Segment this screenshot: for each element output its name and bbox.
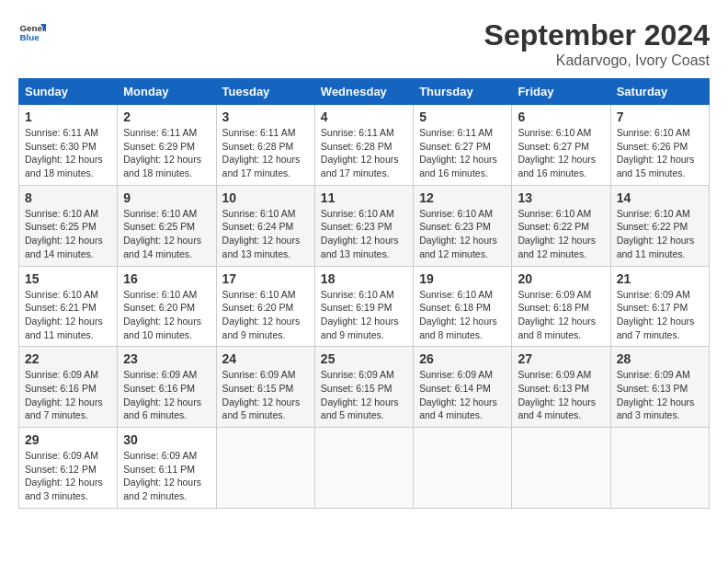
day-number: 30 [123,432,210,447]
calendar-week-row: 8Sunrise: 6:10 AM Sunset: 6:25 PM Daylig… [19,185,710,266]
month-title: September 2024 [484,18,710,52]
day-number: 3 [222,109,309,124]
day-number: 1 [25,109,111,124]
header-friday: Friday [512,79,610,105]
table-row [610,428,709,509]
table-row: 21Sunrise: 6:09 AM Sunset: 6:17 PM Dayli… [610,266,709,347]
table-row [414,428,512,509]
day-info: Sunrise: 6:10 AM Sunset: 6:20 PM Dayligh… [222,288,309,342]
day-number: 17 [222,271,309,286]
day-info: Sunrise: 6:11 AM Sunset: 6:28 PM Dayligh… [321,126,407,180]
table-row: 12Sunrise: 6:10 AM Sunset: 6:23 PM Dayli… [414,185,512,266]
table-row: 11Sunrise: 6:10 AM Sunset: 6:23 PM Dayli… [314,185,413,266]
day-number: 20 [518,271,604,286]
day-number: 4 [321,109,407,124]
day-info: Sunrise: 6:09 AM Sunset: 6:15 PM Dayligh… [222,368,309,422]
table-row: 1Sunrise: 6:11 AM Sunset: 6:30 PM Daylig… [19,105,118,186]
day-info: Sunrise: 6:09 AM Sunset: 6:16 PM Dayligh… [123,368,210,422]
header-monday: Monday [118,79,216,105]
table-row: 14Sunrise: 6:10 AM Sunset: 6:22 PM Dayli… [610,185,709,266]
logo-icon: General Blue [18,18,46,46]
table-row: 8Sunrise: 6:10 AM Sunset: 6:25 PM Daylig… [19,185,118,266]
day-info: Sunrise: 6:10 AM Sunset: 6:23 PM Dayligh… [321,207,407,261]
table-row [216,428,314,509]
calendar-week-row: 1Sunrise: 6:11 AM Sunset: 6:30 PM Daylig… [19,105,710,186]
day-info: Sunrise: 6:10 AM Sunset: 6:22 PM Dayligh… [617,207,703,261]
day-info: Sunrise: 6:10 AM Sunset: 6:22 PM Dayligh… [518,207,604,261]
table-row: 22Sunrise: 6:09 AM Sunset: 6:16 PM Dayli… [19,347,118,428]
day-number: 13 [518,190,604,205]
day-info: Sunrise: 6:10 AM Sunset: 6:26 PM Dayligh… [617,126,703,180]
day-info: Sunrise: 6:10 AM Sunset: 6:20 PM Dayligh… [123,288,210,342]
table-row: 28Sunrise: 6:09 AM Sunset: 6:13 PM Dayli… [610,347,709,428]
table-row: 17Sunrise: 6:10 AM Sunset: 6:20 PM Dayli… [216,266,314,347]
logo: General Blue [18,18,46,46]
table-row: 10Sunrise: 6:10 AM Sunset: 6:24 PM Dayli… [216,185,314,266]
day-info: Sunrise: 6:11 AM Sunset: 6:29 PM Dayligh… [123,126,210,180]
day-info: Sunrise: 6:09 AM Sunset: 6:15 PM Dayligh… [321,368,407,422]
day-number: 28 [617,351,703,366]
day-number: 5 [419,109,506,124]
day-info: Sunrise: 6:10 AM Sunset: 6:25 PM Dayligh… [25,207,111,261]
table-row: 18Sunrise: 6:10 AM Sunset: 6:19 PM Dayli… [314,266,413,347]
day-info: Sunrise: 6:09 AM Sunset: 6:13 PM Dayligh… [518,368,604,422]
table-row: 23Sunrise: 6:09 AM Sunset: 6:16 PM Dayli… [118,347,216,428]
day-info: Sunrise: 6:09 AM Sunset: 6:14 PM Dayligh… [419,368,506,422]
table-row [512,428,610,509]
table-row: 13Sunrise: 6:10 AM Sunset: 6:22 PM Dayli… [512,185,610,266]
day-number: 27 [518,351,604,366]
day-info: Sunrise: 6:09 AM Sunset: 6:13 PM Dayligh… [617,368,703,422]
table-row: 9Sunrise: 6:10 AM Sunset: 6:25 PM Daylig… [118,185,216,266]
day-info: Sunrise: 6:10 AM Sunset: 6:27 PM Dayligh… [518,126,604,180]
table-row: 2Sunrise: 6:11 AM Sunset: 6:29 PM Daylig… [118,105,216,186]
table-row: 3Sunrise: 6:11 AM Sunset: 6:28 PM Daylig… [216,105,314,186]
location-title: Kadarvogo, Ivory Coast [484,52,710,69]
day-info: Sunrise: 6:10 AM Sunset: 6:23 PM Dayligh… [419,207,506,261]
day-info: Sunrise: 6:11 AM Sunset: 6:28 PM Dayligh… [222,126,309,180]
day-number: 6 [518,109,604,124]
header-saturday: Saturday [610,79,709,105]
day-number: 23 [123,351,210,366]
day-number: 7 [617,109,703,124]
day-number: 8 [25,190,111,205]
title-area: September 2024 Kadarvogo, Ivory Coast [484,18,710,69]
header-wednesday: Wednesday [314,79,413,105]
day-number: 12 [419,190,506,205]
day-info: Sunrise: 6:10 AM Sunset: 6:21 PM Dayligh… [25,288,111,342]
day-number: 22 [25,351,111,366]
day-number: 14 [617,190,703,205]
day-number: 16 [123,271,210,286]
calendar-week-row: 22Sunrise: 6:09 AM Sunset: 6:16 PM Dayli… [19,347,710,428]
table-row: 15Sunrise: 6:10 AM Sunset: 6:21 PM Dayli… [19,266,118,347]
day-info: Sunrise: 6:09 AM Sunset: 6:11 PM Dayligh… [123,449,210,503]
day-info: Sunrise: 6:09 AM Sunset: 6:17 PM Dayligh… [617,288,703,342]
table-row: 7Sunrise: 6:10 AM Sunset: 6:26 PM Daylig… [610,105,709,186]
day-number: 29 [25,432,111,447]
day-info: Sunrise: 6:09 AM Sunset: 6:12 PM Dayligh… [25,449,111,503]
table-row: 6Sunrise: 6:10 AM Sunset: 6:27 PM Daylig… [512,105,610,186]
table-row: 29Sunrise: 6:09 AM Sunset: 6:12 PM Dayli… [19,428,118,509]
day-number: 24 [222,351,309,366]
table-row: 16Sunrise: 6:10 AM Sunset: 6:20 PM Dayli… [118,266,216,347]
day-info: Sunrise: 6:10 AM Sunset: 6:19 PM Dayligh… [321,288,407,342]
svg-text:Blue: Blue [20,32,40,42]
table-row: 5Sunrise: 6:11 AM Sunset: 6:27 PM Daylig… [414,105,512,186]
table-row: 25Sunrise: 6:09 AM Sunset: 6:15 PM Dayli… [314,347,413,428]
day-info: Sunrise: 6:11 AM Sunset: 6:30 PM Dayligh… [25,126,111,180]
calendar-week-row: 29Sunrise: 6:09 AM Sunset: 6:12 PM Dayli… [19,428,710,509]
day-info: Sunrise: 6:10 AM Sunset: 6:25 PM Dayligh… [123,207,210,261]
header-tuesday: Tuesday [216,79,314,105]
day-number: 25 [321,351,407,366]
table-row: 27Sunrise: 6:09 AM Sunset: 6:13 PM Dayli… [512,347,610,428]
day-number: 19 [419,271,506,286]
header-thursday: Thursday [414,79,512,105]
table-row: 26Sunrise: 6:09 AM Sunset: 6:14 PM Dayli… [414,347,512,428]
table-row: 19Sunrise: 6:10 AM Sunset: 6:18 PM Dayli… [414,266,512,347]
table-row [314,428,413,509]
day-number: 18 [321,271,407,286]
day-number: 26 [419,351,506,366]
day-number: 11 [321,190,407,205]
day-number: 9 [123,190,210,205]
day-number: 2 [123,109,210,124]
calendar-week-row: 15Sunrise: 6:10 AM Sunset: 6:21 PM Dayli… [19,266,710,347]
